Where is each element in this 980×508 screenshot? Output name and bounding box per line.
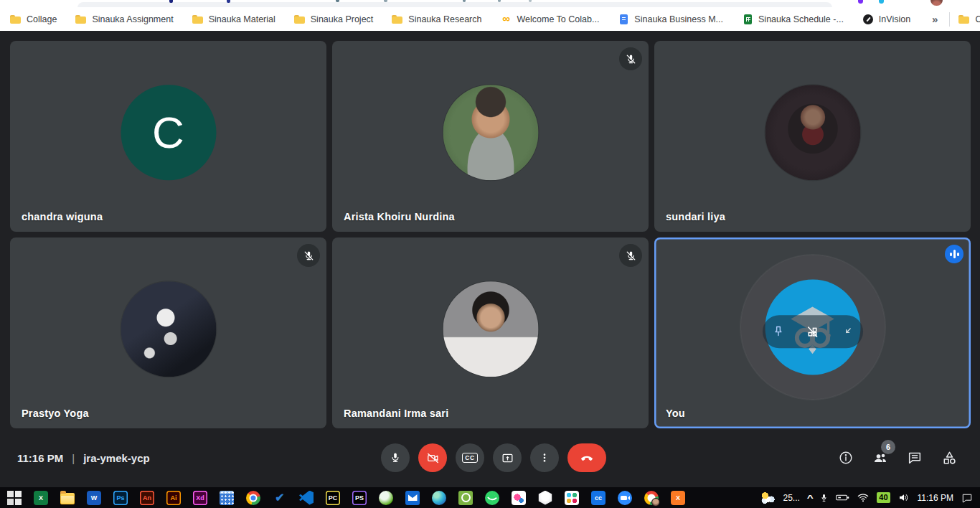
bookmark-item[interactable]: Sinauka Schedule -... [742, 14, 844, 25]
camera-off-button[interactable] [418, 443, 447, 472]
slack-icon[interactable] [565, 491, 579, 505]
creative-cloud-icon[interactable]: cc [591, 491, 606, 505]
avatar-initial: C [152, 107, 184, 158]
chrome-profile-icon[interactable] [644, 491, 659, 505]
bookmarks-bar: Collage Sinauka Assignment Sinauka Mater… [0, 7, 980, 31]
hexagon-app-icon[interactable] [538, 491, 552, 505]
camera-off-icon [426, 451, 440, 465]
bookmark-item[interactable]: Sinauka Business M... [618, 14, 723, 25]
photoshop-icon[interactable]: Ps [113, 491, 128, 505]
participant-tile-arista[interactable]: Arista Khoiru Nurdina [332, 41, 649, 232]
microphone-button[interactable] [381, 443, 410, 472]
google-sheets-icon [742, 14, 753, 25]
participant-name: Ramandani Irma sari [344, 408, 448, 419]
taskbar-clock[interactable]: 11:16 PM [918, 493, 953, 503]
extension-icon[interactable] [169, 0, 173, 3]
colab-icon [500, 14, 512, 25]
google-docs-icon [618, 14, 629, 25]
illustrator-icon[interactable]: Ai [166, 491, 181, 505]
hidden-icons-chevron[interactable]: ^ [807, 494, 814, 502]
battery-icon[interactable] [836, 493, 849, 502]
extension-icon[interactable] [858, 0, 863, 4]
adobe-xd-icon[interactable]: Xd [193, 491, 207, 505]
xampp-icon[interactable]: X [671, 491, 685, 505]
mic-muted-icon [297, 244, 320, 267]
participant-tile-ramandani[interactable]: Ramandani Irma sari [332, 237, 649, 428]
participant-name: Arista Khoiru Nurdina [344, 211, 455, 222]
chrome-icon[interactable] [246, 491, 260, 505]
extension-icon[interactable] [879, 0, 884, 4]
avatar-photo [443, 281, 538, 377]
meeting-clock: 11:16 PM [17, 452, 63, 464]
mail-icon[interactable] [405, 491, 420, 505]
bookmark-item[interactable]: Sinauka Assignment [75, 14, 173, 25]
extension-icon[interactable] [227, 0, 230, 3]
participant-tile-sundari[interactable]: sundari liya [654, 41, 971, 232]
folder-icon [192, 14, 204, 25]
avatar-initial-circle: C [121, 85, 216, 180]
volume-icon[interactable] [898, 493, 910, 502]
avatar-photo [443, 85, 538, 180]
file-explorer-icon[interactable] [60, 493, 75, 504]
pycharm-icon[interactable]: PC [326, 491, 340, 505]
whatsapp-icon[interactable] [485, 491, 499, 505]
bookmark-item[interactable]: Sinauka Research [392, 14, 481, 25]
participant-grid: C chandra wiguna Arista Khoiru Nurdina [10, 41, 971, 428]
participant-tile-prastyo[interactable]: Prastyo Yoga [10, 237, 326, 428]
activities-icon[interactable] [941, 449, 958, 466]
calendar-icon[interactable] [220, 491, 234, 505]
end-call-button[interactable] [567, 443, 606, 472]
weather-temp[interactable]: 25... [783, 493, 799, 503]
drawing-app-icon[interactable] [512, 491, 526, 505]
audio-indicator-icon [945, 245, 963, 263]
start-button[interactable] [7, 491, 22, 505]
bookmarks-bar-right: » Other bookmarks [929, 12, 980, 27]
bookmark-item[interactable]: Sinauka Material [192, 14, 275, 25]
more-options-button[interactable] [530, 443, 559, 472]
participant-tile-you[interactable]: You [654, 237, 971, 428]
extension-icon[interactable] [336, 0, 339, 2]
phpstorm-icon[interactable]: PS [352, 491, 367, 505]
end-call-icon [579, 450, 595, 466]
folder-icon [958, 14, 970, 25]
chat-icon[interactable] [906, 449, 923, 466]
call-controls: CC [381, 443, 606, 472]
bookmark-item[interactable]: Collage [10, 14, 57, 25]
vscode-icon[interactable] [299, 491, 314, 505]
animate-icon[interactable]: An [140, 491, 154, 505]
excel-icon[interactable]: X [34, 491, 48, 505]
remove-tile-icon[interactable] [805, 324, 821, 339]
wifi-icon[interactable] [857, 493, 869, 502]
bookmarks-overflow-chevron[interactable]: » [929, 13, 941, 25]
android-studio-icon[interactable] [379, 491, 393, 505]
pin-icon[interactable] [771, 324, 786, 339]
participants-count-badge: 6 [881, 440, 895, 454]
zoom-icon[interactable] [618, 491, 632, 505]
participants-icon[interactable]: 6 [872, 449, 889, 466]
battery-percent-badge[interactable]: 40 [877, 492, 890, 503]
other-bookmarks-button[interactable]: Other bookmarks [958, 14, 980, 25]
minimize-tile-icon[interactable] [839, 324, 855, 339]
camera-app-icon[interactable] [458, 491, 473, 505]
bookmark-item[interactable]: InVision [862, 14, 910, 25]
bookmark-item[interactable]: Welcome To Colab... [500, 14, 599, 25]
edge-icon[interactable] [432, 491, 446, 505]
extension-icon[interactable] [384, 0, 387, 2]
bookmark-item[interactable]: Sinauka Project [294, 14, 374, 25]
windows-taskbar: XWPsAnAiXdPCPSccX 25... ^ 40 11:16 PM [0, 487, 980, 508]
folder-icon [10, 14, 22, 25]
participant-tile-chandra[interactable]: C chandra wiguna [10, 41, 326, 232]
present-button[interactable] [493, 443, 522, 472]
weather-icon[interactable] [760, 492, 775, 504]
meet-main: C chandra wiguna Arista Khoiru Nurdina [0, 31, 980, 487]
microphone-tray-icon[interactable] [820, 493, 828, 503]
action-center-icon[interactable] [961, 493, 973, 503]
captions-button[interactable]: CC [456, 443, 484, 472]
word-icon[interactable]: W [87, 491, 101, 505]
participant-name: chandra wiguna [22, 211, 103, 222]
invision-icon [862, 14, 874, 25]
profile-avatar[interactable] [930, 0, 943, 6]
todo-check-icon[interactable] [273, 491, 287, 505]
meeting-details-icon[interactable] [837, 449, 854, 466]
browser-toolbar [0, 0, 980, 7]
